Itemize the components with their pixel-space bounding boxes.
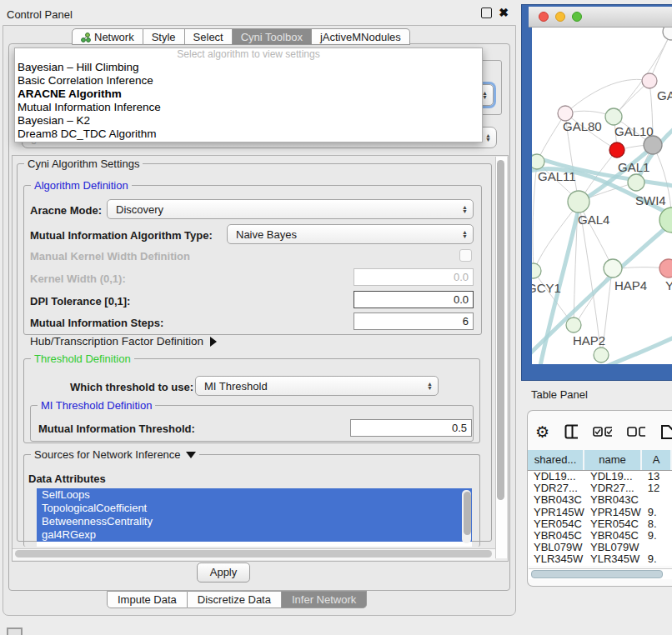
table-row[interactable]: YPR145WYPR145W9.	[528, 507, 672, 518]
network-node-gal10[interactable]	[605, 108, 622, 125]
data-attributes-list[interactable]: SelfLoopsTopologicalCoefficientBetweenne…	[37, 488, 472, 547]
table-cell: 12	[642, 482, 672, 494]
network-node-gal1[interactable]	[628, 174, 644, 191]
tab-select[interactable]: Select	[185, 28, 233, 45]
network-node-hap4[interactable]	[604, 259, 622, 278]
table-cell: 9.	[642, 530, 672, 542]
table-row[interactable]: YLR345WYLR345W9.	[528, 553, 672, 565]
dropdown-item-basic-correlation-inference[interactable]: Basic Correlation Inference	[15, 74, 482, 88]
table-row[interactable]: YIL052CYIL052C9.	[528, 566, 672, 567]
manual-kernel-label: Manual Kernel Width Definition	[30, 251, 190, 262]
list-scrollbar-thumb[interactable]	[464, 492, 471, 535]
network-canvas[interactable]: GALGAL80GAL10GAL11GAL1GAL4SWI4GCY1HAP4YH…	[532, 28, 672, 364]
collapse-down-icon[interactable]	[186, 452, 196, 458]
mi-threshold-field[interactable]: 0.5	[350, 419, 472, 437]
aracne-mode-combobox[interactable]: Discovery ▲▼	[107, 199, 474, 219]
network-node-y[interactable]	[659, 259, 672, 278]
tab-cyni-toolbox[interactable]: Cyni Toolbox	[233, 28, 312, 45]
combo-arrows-icon: ▲▼	[462, 230, 468, 238]
tab-network[interactable]: Network	[72, 28, 143, 45]
settings-vertical-scrollbar-thumb[interactable]	[497, 160, 504, 500]
network-edge	[614, 32, 671, 117]
network-node-gal4[interactable]	[568, 191, 589, 212]
close-icon[interactable]: ✖	[499, 8, 509, 18]
network-node[interactable]	[594, 348, 609, 362]
hub-definition-label: Hub/Transcription Factor Definition	[30, 336, 203, 348]
gear-icon[interactable]: ⚙	[535, 424, 549, 440]
network-node-gal11[interactable]	[532, 154, 544, 169]
tab-impute-data[interactable]: Impute Data	[107, 591, 188, 608]
node-label-gal80: GAL80	[563, 119, 602, 133]
network-node-hap2[interactable]	[566, 318, 581, 332]
kernel-width-field[interactable]: 0.0	[354, 268, 474, 286]
apply-button[interactable]: Apply	[197, 562, 250, 582]
split-columns-icon[interactable]	[564, 424, 578, 439]
column-header-name[interactable]: name	[584, 450, 642, 470]
table-cell: YPR145W	[584, 507, 642, 518]
network-node[interactable]	[609, 142, 624, 158]
table-cell: YIL052C	[528, 566, 584, 567]
table-row[interactable]: YDL19...YDL19...13	[528, 471, 672, 482]
table-row[interactable]: YDR27...YDR27...12	[528, 482, 672, 494]
attribute-item-topologicalcoefficient[interactable]: TopologicalCoefficient	[37, 502, 472, 515]
docked-panel-icon[interactable]	[7, 628, 23, 635]
which-threshold-combobox[interactable]: MI Threshold ▲▼	[195, 376, 439, 396]
manual-kernel-checkbox[interactable]	[459, 249, 472, 262]
dropdown-item-bayesian-k2[interactable]: Bayesian – K2	[15, 114, 482, 128]
minimize-traffic-light-icon[interactable]	[555, 12, 565, 22]
node-label-gal10: GAL10	[614, 124, 654, 138]
dropdown-prompt: Select algorithm to view settings	[15, 48, 482, 61]
table-row[interactable]: YBR045CYBR045C9.	[528, 530, 672, 542]
algorithm-dropdown-popup: Select algorithm to view settings Bayesi…	[14, 48, 483, 142]
dropdown-item-mutual-information-inference[interactable]: Mutual Information Inference	[15, 101, 482, 114]
table-horizontal-scrollbar-thumb[interactable]	[531, 570, 663, 578]
network-node-gal[interactable]	[642, 73, 657, 88]
dropdown-item-dream8-dc-tdc-algorithm[interactable]: Dream8 DC_TDC Algorithm	[15, 128, 482, 141]
table-cell: 9.	[642, 553, 672, 565]
table-row[interactable]: YER054CYER054C8.	[528, 518, 672, 530]
zoom-traffic-light-icon[interactable]	[572, 12, 582, 22]
network-node[interactable]	[663, 28, 672, 40]
select-all-checkboxes-icon[interactable]	[593, 427, 611, 437]
network-window-titlebar[interactable]	[529, 7, 672, 28]
attribute-item-gal4rgexp[interactable]: gal4RGexp	[37, 528, 472, 542]
float-window-icon[interactable]	[481, 8, 492, 18]
dropdown-item-bayesian-hill-climbing[interactable]: Bayesian – Hill Climbing	[15, 61, 482, 74]
column-header-shared[interactable]: shared...	[528, 450, 584, 470]
tab-style[interactable]: Style	[143, 28, 185, 45]
sources-group-title[interactable]: Sources for Network Inference	[31, 448, 199, 461]
settings-horizontal-scrollbar-thumb[interactable]	[15, 550, 492, 558]
mi-steps-field[interactable]: 6	[354, 312, 474, 330]
network-node[interactable]	[644, 136, 662, 154]
hub-definition-section[interactable]: Hub/Transcription Factor Definition	[30, 336, 217, 348]
dropdown-item-aracne-algorithm[interactable]: ARACNE Algorithm	[15, 88, 482, 101]
control-panel-tab-bar: NetworkStyleSelectCyni ToolboxjActiveMNo…	[72, 28, 410, 45]
table-cell: YBL079W	[584, 542, 642, 553]
attribute-item-selfloops[interactable]: SelfLoops	[37, 488, 472, 502]
cyni-settings-group-title: Cyni Algorithm Settings	[24, 158, 143, 170]
table-cell: YBR043C	[584, 494, 642, 506]
table-cell	[642, 542, 672, 553]
mi-steps-label: Mutual Information Steps:	[30, 318, 163, 329]
deselect-all-checkboxes-icon[interactable]	[627, 427, 645, 437]
table-cell: YER054C	[528, 518, 584, 530]
table-panel-title: Table Panel	[531, 388, 588, 401]
combo-arrows-icon: ▲▼	[485, 133, 491, 142]
tab-infer-network[interactable]: Infer Network	[282, 591, 367, 608]
tab-discretize-data[interactable]: Discretize Data	[188, 591, 282, 608]
table-cell: 13	[642, 471, 672, 482]
table-row[interactable]: YBL079WYBL079W	[528, 542, 672, 553]
attribute-item-betweennesscentrality[interactable]: BetweennessCentrality	[37, 515, 472, 528]
window-controls: ✖	[481, 8, 509, 18]
network-node-gcy1[interactable]	[532, 263, 541, 278]
table-row[interactable]: YBR043CYBR043C	[528, 494, 672, 506]
table-cell	[642, 494, 672, 506]
tab-jactivemnodules[interactable]: jActiveMNodules	[312, 28, 410, 45]
close-traffic-light-icon[interactable]	[539, 12, 549, 22]
expand-right-icon[interactable]	[210, 337, 217, 347]
node-table[interactable]: shared...nameA YDL19...YDL19...13YDR27..…	[528, 450, 672, 566]
dpi-tolerance-field[interactable]: 0.0	[354, 291, 474, 308]
mi-type-combobox[interactable]: Naive Bayes ▲▼	[227, 224, 474, 244]
new-document-icon[interactable]	[660, 424, 672, 439]
column-header-a[interactable]: A	[642, 450, 672, 470]
